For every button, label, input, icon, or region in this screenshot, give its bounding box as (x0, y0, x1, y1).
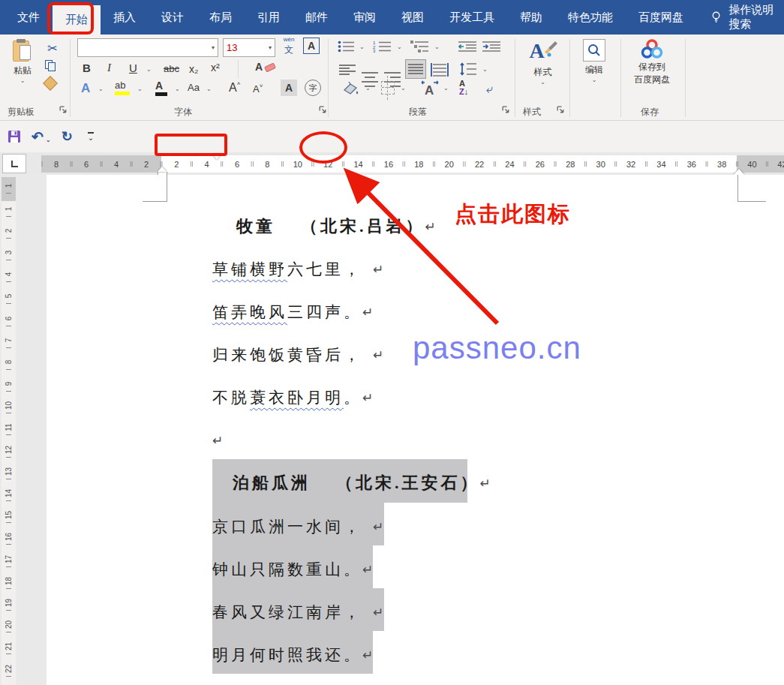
poem2-verse-line-3[interactable]: 春风又绿江南岸，↵ (212, 600, 383, 624)
poem2-verse-line-1[interactable]: 京口瓜洲一水间，↵ (212, 515, 383, 539)
undo-button[interactable]: ↶⌄ (32, 128, 51, 146)
poem2-verse-line-4[interactable]: 明月何时照我还。↵ (212, 643, 373, 667)
bullets-button[interactable] (338, 41, 356, 56)
tab-3[interactable]: 设计 (149, 0, 197, 35)
font-size-dropdown-arrow[interactable]: ▾ (269, 44, 272, 51)
borders-dropdown-arrow[interactable]: ⌄ (401, 85, 406, 92)
asian-layout-button[interactable]: A (420, 80, 440, 99)
poem1-verse-line-3[interactable]: 归来饱饭黄昏后，↵ (212, 343, 383, 367)
tab-1-active[interactable]: 开始 (53, 5, 101, 35)
text-effects-dropdown-arrow[interactable]: ⌄ (98, 86, 104, 92)
ribbon: 粘贴 ⌄ ✂ 剪贴板 ▾ 13 ▾ wén 文 A (0, 35, 784, 121)
clear-formatting-button[interactable]: A (255, 60, 275, 74)
grow-font-button[interactable]: A˄ (229, 80, 240, 95)
enclose-characters-button[interactable]: 字 (305, 80, 321, 96)
copy-button[interactable] (45, 60, 60, 74)
tab-7[interactable]: 审阅 (341, 0, 389, 35)
justify-button[interactable] (405, 59, 426, 79)
horizontal-ruler[interactable]: |8||6||4||2||2||4||6||8||10||12||14||16|… (41, 155, 784, 173)
tab-4[interactable]: 布局 (197, 0, 245, 35)
font-color-button[interactable]: A (155, 80, 167, 96)
font-name-combobox[interactable]: ▾ (77, 38, 218, 57)
tab-2[interactable]: 插入 (101, 0, 149, 35)
poem1-verse-line-4[interactable]: 不脱蓑衣卧月明。↵ (212, 386, 373, 410)
tell-me-search[interactable]: 操作说明搜索 (711, 0, 784, 35)
multilevel-list-button[interactable] (410, 41, 430, 56)
tab-10[interactable]: 帮助 (507, 0, 555, 35)
poem1-verse-line-2[interactable]: 笛弄晚风三四声。↵ (212, 300, 373, 324)
right-indent-marker[interactable] (734, 169, 744, 175)
tab-6[interactable]: 邮件 (293, 0, 341, 35)
customize-qat-button[interactable]: ⌄ (88, 132, 94, 142)
format-painter-button[interactable] (45, 78, 56, 92)
highlight-dropdown-arrow[interactable]: ⌄ (137, 86, 143, 92)
paste-dropdown-arrow[interactable]: ⌄ (20, 77, 26, 84)
align-left-button[interactable] (339, 63, 356, 80)
first-line-indent-marker[interactable] (212, 154, 221, 160)
text-effects-button[interactable]: A (81, 81, 90, 96)
superscript-button[interactable]: x² (211, 62, 220, 74)
vertical-ruler[interactable]: 112345678910111213141516171819202122 (2, 177, 16, 685)
styles-dialog-launcher[interactable] (556, 105, 566, 115)
undo-dropdown-arrow[interactable]: ⌄ (46, 137, 51, 143)
increase-indent-button[interactable] (482, 41, 500, 56)
bold-button[interactable]: B (83, 62, 91, 74)
highlight-color-button[interactable]: ab (115, 80, 130, 95)
editing-button[interactable]: 编辑 ⌄ (575, 39, 613, 83)
underline-dropdown-arrow[interactable]: ⌄ (146, 66, 152, 73)
font-size-combobox[interactable]: 13 ▾ (223, 38, 275, 57)
poem2-title-line[interactable]: 泊船瓜洲（北宋.王安石）↵ (233, 471, 491, 495)
save-to-baidu-button[interactable]: 保存到 百度网盘 (625, 39, 679, 86)
document-page[interactable] (47, 175, 784, 685)
styles-button[interactable]: A 样式 ⌄ (522, 39, 563, 86)
paste-button[interactable]: 粘贴 ⌄ (6, 39, 39, 84)
tab-5[interactable]: 引用 (245, 0, 293, 35)
empty-paragraph[interactable]: ↵ (212, 428, 223, 452)
tab-8[interactable]: 视图 (389, 0, 437, 35)
tab-11[interactable]: 特色功能 (555, 0, 626, 35)
shrink-font-button[interactable]: A˅ (253, 83, 263, 95)
show-marks-button[interactable]: ⤶ (486, 83, 493, 96)
underline-button[interactable]: U (129, 62, 137, 74)
phonetic-guide-button[interactable]: wén 文 (281, 37, 297, 55)
numbering-dropdown-arrow[interactable]: ⌄ (397, 44, 402, 50)
font-color-dropdown-arrow[interactable]: ⌄ (175, 86, 180, 92)
save-icon[interactable] (8, 130, 21, 143)
styles-dropdown-arrow[interactable]: ⌄ (540, 79, 545, 86)
font-dialog-launcher[interactable] (318, 105, 328, 115)
editing-dropdown-arrow[interactable]: ⌄ (592, 77, 597, 83)
character-shading-button[interactable]: A (281, 80, 297, 96)
shading-dropdown-arrow[interactable]: ⌄ (365, 85, 371, 92)
paragraph-dialog-launcher[interactable] (501, 105, 511, 115)
distribute-button[interactable] (431, 63, 449, 80)
clipboard-dialog-launcher[interactable] (59, 105, 68, 115)
character-border-button[interactable]: A (303, 38, 320, 54)
tab-9[interactable]: 开发工具 (437, 0, 507, 35)
poem1-verse-line-1[interactable]: 草铺横野六七里，↵ (212, 257, 383, 281)
tab-selector[interactable] (2, 154, 26, 173)
search-label[interactable]: 操作说明搜索 (728, 3, 784, 32)
change-case-dropdown-arrow[interactable]: ⌄ (206, 86, 212, 92)
decrease-indent-button[interactable] (458, 41, 476, 56)
shading-button[interactable] (341, 81, 361, 99)
tab-12[interactable]: 百度网盘 (626, 0, 696, 35)
bullets-dropdown-arrow[interactable]: ⌄ (359, 44, 365, 50)
strikethrough-button[interactable]: abc (164, 63, 179, 74)
redo-button[interactable]: ↻ (62, 128, 73, 145)
change-case-button[interactable]: Aa (188, 82, 200, 93)
tab-0[interactable]: 文件 (5, 0, 53, 35)
numbering-button[interactable]: 123 (373, 41, 392, 56)
cut-button[interactable]: ✂ (44, 41, 62, 56)
line-spacing-dropdown-arrow[interactable]: ⌄ (482, 66, 488, 73)
line-spacing-button[interactable] (459, 62, 477, 80)
poem1-title-line[interactable]: 牧童（北宋.吕岩）↵ (236, 215, 436, 239)
font-name-dropdown-arrow[interactable]: ▾ (212, 44, 215, 51)
poem2-verse-line-2[interactable]: 钟山只隔数重山。↵ (212, 557, 373, 581)
sort-button[interactable]: A Z↓ (459, 80, 468, 96)
asian-layout-dropdown-arrow[interactable]: ⌄ (443, 85, 449, 92)
multilevel-dropdown-arrow[interactable]: ⌄ (434, 44, 440, 50)
italic-button[interactable]: I (107, 62, 111, 74)
subscript-button[interactable]: x₂ (189, 63, 198, 75)
borders-button[interactable] (381, 81, 395, 95)
ruler-mark-30: |30| (585, 155, 615, 173)
